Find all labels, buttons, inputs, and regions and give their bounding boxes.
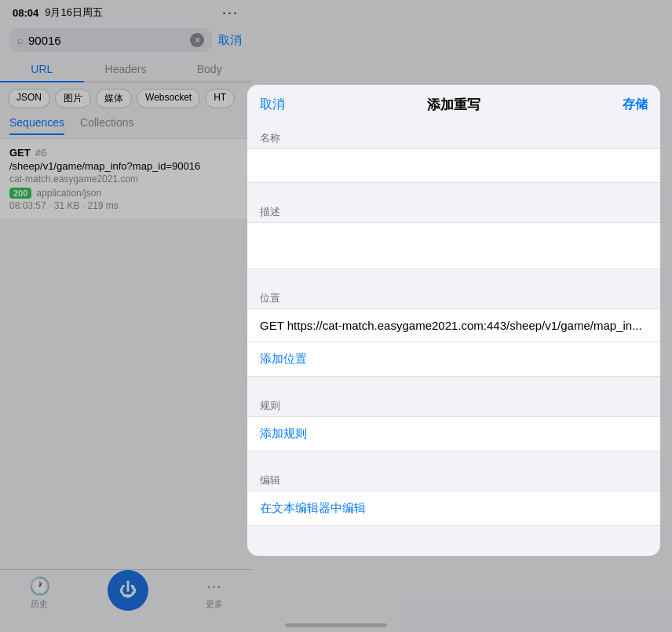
name-field[interactable] [247,148,660,183]
section-description-label: 描述 [247,197,660,222]
modal-save-button[interactable]: 存储 [623,97,648,113]
home-indicator [285,623,387,627]
modal-title: 添加重写 [427,96,480,114]
add-location-button[interactable]: 添加位置 [247,342,660,377]
section-name-label: 名称 [247,123,660,148]
modal-cancel-button[interactable]: 取消 [260,97,285,113]
section-rules: 规则 添加规则 [247,391,660,451]
modal-add-rewrite: 取消 添加重写 存储 名称 描述 位置 GET https://cat-matc… [247,85,660,556]
edit-in-editor-button[interactable]: 在文本编辑器中编辑 [247,491,660,526]
section-rules-label: 规则 [247,391,660,416]
section-edit-label: 编辑 [247,466,660,491]
modal-content: 名称 描述 位置 GET https://cat-match.easygame2… [247,123,660,547]
section-location: 位置 GET https://cat-match.easygame2021.co… [247,283,660,377]
description-field[interactable] [247,222,660,269]
modal-header: 取消 添加重写 存储 [247,85,660,123]
section-location-label: 位置 [247,283,660,309]
section-name: 名称 [247,123,660,183]
section-description: 描述 [247,197,660,269]
add-rules-button[interactable]: 添加规则 [247,416,660,451]
section-edit: 编辑 在文本编辑器中编辑 [247,466,660,526]
location-value: GET https://cat-match.easygame2021.com:4… [247,309,660,342]
